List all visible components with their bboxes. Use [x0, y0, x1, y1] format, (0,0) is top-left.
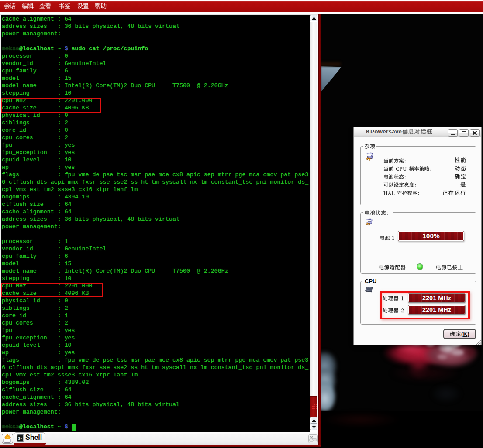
svg-text:$: $	[18, 437, 21, 441]
